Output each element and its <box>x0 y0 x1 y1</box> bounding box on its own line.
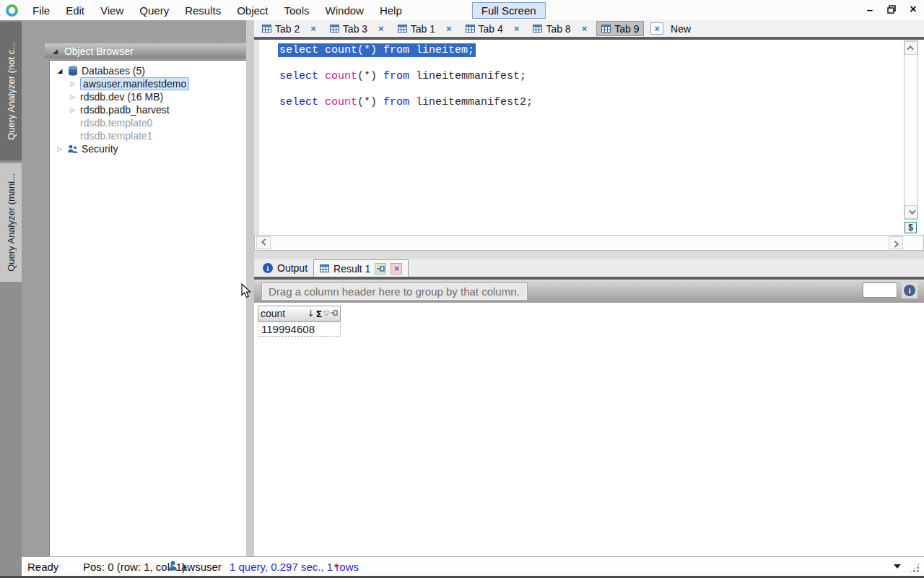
tree-item-databases[interactable]: ◢ Databases (5) <box>50 64 263 77</box>
vertical-tab-query-analyzer-2[interactable]: Query Analyzer (mani... <box>0 162 22 282</box>
dollar-icon[interactable]: $ <box>905 222 917 233</box>
app-logo-icon <box>6 4 18 17</box>
table-icon <box>601 25 611 33</box>
menu-query[interactable]: Query <box>131 1 177 20</box>
tab-3[interactable]: Tab 3 <box>326 21 372 36</box>
collapse-triangle-icon: ◢ <box>53 48 58 55</box>
tab-4[interactable]: Tab 4 <box>461 21 507 36</box>
tab-8[interactable]: Tab 8 <box>528 21 575 36</box>
database-tree: ◢ Databases (5) ▷ awsuser.manifestdemo ▷… <box>49 60 264 558</box>
tab-close-icon[interactable]: × <box>514 23 520 34</box>
tree-item-label-selected: awsuser.manifestdemo <box>80 77 189 90</box>
new-tab-button[interactable]: New <box>671 23 691 35</box>
status-user: awsuser <box>181 561 222 573</box>
tab-output[interactable]: i Output <box>257 259 313 277</box>
editor-horizontal-scrollbar[interactable] <box>254 235 924 251</box>
sql-line-selected: select count(*) from lineitem; <box>278 43 476 57</box>
tab-1[interactable]: Tab 1 <box>393 21 440 36</box>
table-icon <box>320 264 329 272</box>
menu-help[interactable]: Help <box>372 1 410 20</box>
menu-edit[interactable]: Edit <box>58 1 92 20</box>
results-tab-bar: i Output Result 1 × <box>254 259 924 277</box>
scroll-right-icon[interactable] <box>889 236 903 249</box>
tab-close-icon[interactable]: × <box>582 23 588 34</box>
expand-icon[interactable]: ▷ <box>69 80 77 87</box>
tree-item-rdsdb-dev[interactable]: ▷ rdsdb.dev (16 MB) <box>50 90 263 103</box>
tree-item-padb-harvest[interactable]: ▷ rdsdb.padb_harvest <box>50 103 263 116</box>
sum-icon[interactable]: Σ <box>315 309 322 319</box>
object-browser-panel: ◢ Object Browser ◢ Databases (5) ▷ awsus… <box>22 20 246 556</box>
table-icon <box>262 25 271 33</box>
grid-info-button[interactable]: i <box>902 282 918 298</box>
resize-grip[interactable] <box>910 563 920 573</box>
menu-view[interactable]: View <box>92 1 131 20</box>
vertical-tab-query-analyzer-1[interactable]: Query Analyzer (not c... <box>0 22 22 160</box>
grid-filter-input[interactable] <box>863 282 897 298</box>
tree-item-template1[interactable]: rdsdb.template1 <box>50 129 263 142</box>
menu-window[interactable]: Window <box>318 1 372 20</box>
full-screen-button[interactable]: Full Screen <box>472 2 546 19</box>
group-by-hint: Drag a column header here to group by th… <box>262 283 527 300</box>
filter-icon[interactable]: ▽ <box>323 310 329 317</box>
tab-9-selected[interactable]: Tab 9 <box>596 21 644 36</box>
status-dropdown-icon[interactable] <box>894 564 901 569</box>
tab-close-icon[interactable]: × <box>378 23 384 34</box>
tree-item-manifestdemo[interactable]: ▷ awsuser.manifestdemo <box>50 77 263 90</box>
editor-gutter <box>254 40 259 235</box>
app-window: File Edit View Query Results Object Tool… <box>0 0 924 578</box>
tab-close-icon[interactable]: × <box>650 22 663 35</box>
results-grid: count ↓ Σ ▽ 119994608 <box>254 303 924 556</box>
expand-icon[interactable]: ◢ <box>56 67 64 74</box>
expand-icon[interactable]: ▷ <box>69 106 77 113</box>
object-browser-header[interactable]: ◢ Object Browser <box>45 43 266 59</box>
tree-item-label: rdsdb.template0 <box>80 117 152 129</box>
tree-item-template0[interactable]: rdsdb.template0 <box>50 116 263 129</box>
info-icon: i <box>263 263 273 273</box>
close-result-icon[interactable]: × <box>391 263 402 275</box>
pin-result-icon[interactable] <box>375 263 386 275</box>
menu-results[interactable]: Results <box>177 1 229 20</box>
database-icon <box>67 66 79 76</box>
minimize-icon[interactable]: – <box>863 3 876 16</box>
sql-line: select count(*) from lineitemmanifest2; <box>279 95 533 109</box>
table-icon <box>466 25 475 33</box>
expand-icon[interactable]: ▷ <box>56 145 64 152</box>
window-controls: – × <box>863 3 920 16</box>
restore-icon[interactable] <box>885 3 898 16</box>
scroll-up-icon[interactable] <box>905 41 918 55</box>
expand-icon[interactable]: ▷ <box>69 93 77 100</box>
sql-line: select count(*) from lineitemmanifest; <box>279 69 526 83</box>
tab-close-icon[interactable]: × <box>310 23 316 34</box>
status-bar: Ready Pos: 0 (row: 1, col: 1) awsuser 1 … <box>22 556 924 576</box>
connection-tab-strip: Query Analyzer (not c... Query Analyzer … <box>0 20 22 576</box>
vertical-tab-label: Query Analyzer (not c... <box>6 42 17 140</box>
menu-tools[interactable]: Tools <box>276 1 318 20</box>
menu-object[interactable]: Object <box>229 1 276 20</box>
group-by-bar: Drag a column header here to group by th… <box>254 280 924 303</box>
status-query-stats: 1 query, 0.297 sec., 1 rows <box>230 561 359 573</box>
scroll-down-icon[interactable] <box>905 205 918 219</box>
scroll-left-icon[interactable] <box>256 236 271 249</box>
tab-result-1[interactable]: Result 1 × <box>313 259 409 277</box>
status-modified-indicator: * <box>334 561 339 573</box>
pin-column-icon[interactable] <box>331 309 338 318</box>
grid-cell-count[interactable]: 119994608 <box>258 322 341 337</box>
tree-item-security[interactable]: ▷ Security <box>50 142 263 155</box>
column-header-count[interactable]: count ↓ Σ ▽ <box>258 306 341 322</box>
editor-tab-bar: Tab 2 × Tab 3 × Tab 1 × Tab 4 × Tab 8 × … <box>254 20 924 37</box>
table-icon <box>398 25 407 33</box>
user-icon <box>168 561 178 573</box>
close-icon[interactable]: × <box>907 3 920 16</box>
menu-file[interactable]: File <box>25 1 58 20</box>
vertical-tab-label: Query Analyzer (mani... <box>6 173 17 272</box>
info-icon: i <box>904 285 915 296</box>
tree-item-label: rdsdb.dev (16 MB) <box>80 91 163 103</box>
table-icon <box>533 25 542 33</box>
sort-icon[interactable]: ↓ <box>307 309 314 318</box>
tab-close-icon[interactable]: × <box>446 23 452 34</box>
tab-2[interactable]: Tab 2 <box>258 21 304 36</box>
editor-vertical-scrollbar[interactable] <box>904 40 918 220</box>
sql-editor[interactable]: select count(*) from lineitem; select co… <box>254 40 924 235</box>
users-icon <box>67 144 79 154</box>
object-browser-title: Object Browser <box>64 46 134 57</box>
